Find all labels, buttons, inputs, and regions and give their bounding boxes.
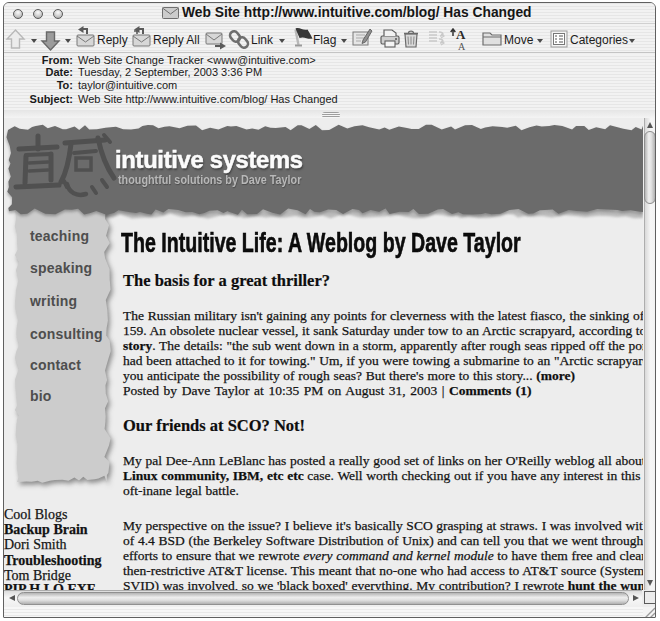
svg-text:A: A xyxy=(458,41,466,52)
svg-text:A: A xyxy=(456,27,466,42)
